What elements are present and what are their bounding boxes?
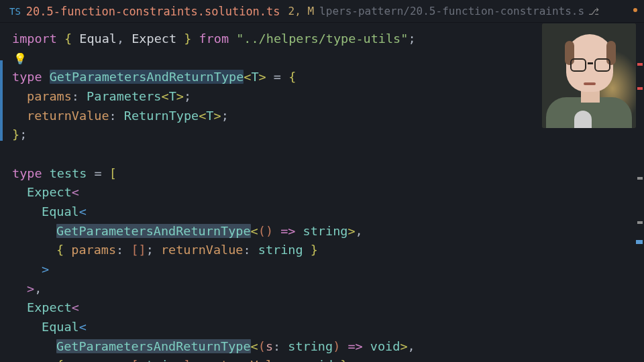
code-line[interactable]: Equal< xyxy=(12,318,644,337)
git-branch-icon[interactable]: ⎇ xyxy=(588,6,599,17)
code-line xyxy=(12,145,644,164)
webcam-overlay[interactable] xyxy=(542,23,636,128)
code-line[interactable]: Expect< xyxy=(12,298,644,318)
code-line[interactable]: > xyxy=(12,260,644,280)
code-line[interactable]: Equal< xyxy=(12,202,644,222)
person-mouth xyxy=(584,82,596,85)
scrollbar-occurrence-marker[interactable] xyxy=(637,177,643,180)
typescript-badge: TS xyxy=(9,6,21,17)
modified-indicator-icon xyxy=(633,8,637,12)
code-line[interactable]: type tests = [ xyxy=(12,164,644,184)
tab-status: 2, M xyxy=(288,5,315,17)
editor-tab[interactable]: TS 20.5-function-constraints.solution.ts… xyxy=(9,0,314,22)
scrollbar-selection-marker[interactable] xyxy=(636,240,643,244)
code-line[interactable]: }; xyxy=(12,125,644,145)
tab-filename: 20.5-function-constraints.solution.ts xyxy=(26,5,280,18)
microphone-icon xyxy=(574,111,592,128)
scrollbar-error-marker[interactable] xyxy=(637,87,643,90)
code-line[interactable]: Expect< xyxy=(12,183,644,202)
scrollbar-error-marker[interactable] xyxy=(637,63,643,66)
scrollbar-occurrence-marker[interactable] xyxy=(637,221,643,224)
code-line[interactable]: >, xyxy=(12,280,644,299)
breadcrumb[interactable]: lpers-pattern/20.5-function-constraints.… xyxy=(319,5,584,17)
code-line[interactable]: { params: []; returnValue: string } xyxy=(12,241,644,260)
code-line[interactable]: GetParametersAndReturnType<() => string>… xyxy=(12,222,644,241)
glasses-icon xyxy=(570,58,610,73)
git-change-gutter xyxy=(0,60,3,141)
tab-bar: TS 20.5-function-constraints.solution.ts… xyxy=(0,0,644,23)
scrollbar[interactable] xyxy=(636,23,644,362)
lightbulb-icon[interactable]: 💡 xyxy=(12,52,27,65)
code-line[interactable]: GetParametersAndReturnType<(s: string) =… xyxy=(12,337,644,357)
code-line[interactable]: { params: [string]; returnValue: void } xyxy=(12,356,644,362)
